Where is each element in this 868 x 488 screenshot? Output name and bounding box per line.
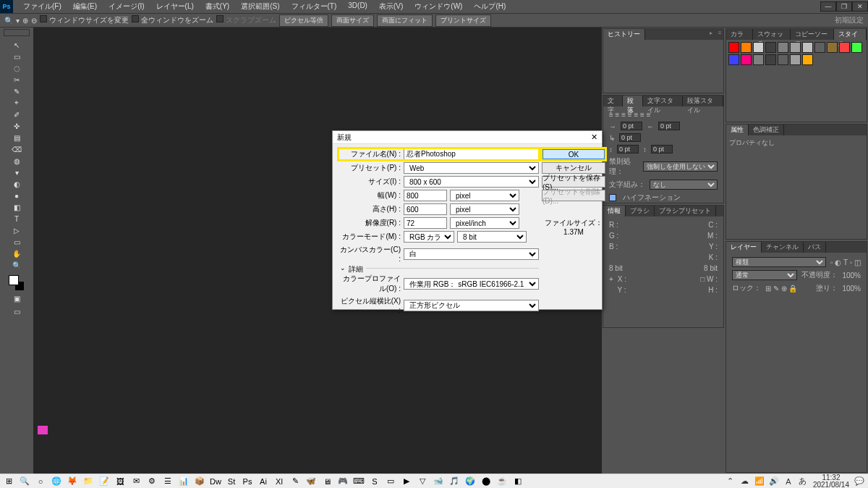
opt-fit[interactable]: 画面サイズ: [331, 14, 374, 27]
menu-layer[interactable]: レイヤー(L): [150, 0, 200, 13]
menu-select[interactable]: 選択範囲(S): [235, 0, 285, 13]
taskbar-app-4[interactable]: 🦊: [67, 476, 78, 487]
workspace-label[interactable]: 初期設定: [835, 15, 864, 25]
tool-9[interactable]: ⌫: [11, 143, 22, 155]
swatch[interactable]: [790, 54, 801, 65]
swatch[interactable]: [741, 42, 752, 53]
taskbar-app-29[interactable]: 🌍: [464, 476, 476, 487]
swatch[interactable]: [839, 42, 850, 53]
channel-tab[interactable]: チャンネル: [762, 242, 804, 253]
taskbar-app-20[interactable]: 🖥: [321, 476, 333, 487]
taskbar-app-14[interactable]: St: [226, 476, 237, 487]
indent-right[interactable]: [658, 122, 680, 130]
parastyle-tab[interactable]: 段落スタイル: [683, 96, 723, 106]
tool-14[interactable]: ◧: [11, 201, 22, 213]
tool-4[interactable]: ✎: [11, 85, 22, 97]
height-unit-select[interactable]: pixel: [450, 203, 519, 215]
swatch[interactable]: [814, 42, 825, 53]
char-tab[interactable]: 文字: [603, 96, 623, 106]
tray-icon-0[interactable]: ⌃: [725, 476, 736, 487]
layer-filter[interactable]: 種類: [732, 257, 826, 267]
opt-fill[interactable]: 画面にフィット: [377, 14, 433, 27]
tool-8[interactable]: ▤: [11, 132, 22, 143]
taskbar-app-7[interactable]: 🖼: [114, 476, 126, 487]
menu-filter[interactable]: フィルター(T): [286, 0, 343, 13]
bitdepth-select[interactable]: 8 bit: [457, 231, 527, 243]
taskbar-app-24[interactable]: ▭: [385, 476, 396, 487]
taskbar-app-31[interactable]: ☕: [496, 476, 508, 487]
taskbar-app-11[interactable]: 📊: [178, 476, 190, 487]
tools-handle[interactable]: [4, 29, 30, 36]
notifications-icon[interactable]: 💬: [854, 476, 865, 487]
taskbar-app-6[interactable]: 📝: [98, 476, 110, 487]
blend-mode[interactable]: 通常: [732, 270, 797, 280]
menu-image[interactable]: イメージ(I): [103, 0, 150, 13]
menu-3d[interactable]: 3D(D): [342, 0, 373, 13]
profile-select[interactable]: 作業用 RGB： sRGB IEC61966-2.1: [404, 278, 539, 290]
swatch[interactable]: [753, 42, 764, 53]
swatch[interactable]: [765, 54, 776, 65]
tray-icon-1[interactable]: ☁: [739, 476, 751, 487]
taskbar-app-13[interactable]: Dw: [210, 476, 221, 487]
taskbar-app-0[interactable]: ⊞: [3, 476, 14, 487]
taskbar-app-23[interactable]: S: [369, 476, 380, 487]
taskbar-app-1[interactable]: 🔍: [19, 476, 30, 487]
ok-button[interactable]: OK: [542, 148, 605, 160]
swatch[interactable]: [728, 42, 739, 53]
taskbar-app-25[interactable]: ▶: [401, 476, 412, 487]
detail-toggle[interactable]: 詳細: [346, 264, 366, 274]
swatch[interactable]: [728, 54, 739, 65]
menu-window[interactable]: ウィンドウ(W): [409, 0, 468, 13]
taskbar-app-5[interactable]: 📁: [82, 476, 94, 487]
tool-7[interactable]: ✜: [11, 120, 22, 132]
taskbar-app-22[interactable]: ⌨: [353, 476, 365, 487]
taskbar-app-9[interactable]: ⚙: [146, 476, 158, 487]
taskbar-app-2[interactable]: ○: [35, 476, 46, 487]
hyphen-check[interactable]: ハイフネーション: [623, 193, 681, 203]
swatch[interactable]: [741, 54, 752, 65]
preset-select[interactable]: Web: [404, 162, 539, 174]
taskbar-app-16[interactable]: Ai: [258, 476, 269, 487]
layer-tab[interactable]: レイヤー: [726, 242, 762, 253]
dialog-close-icon[interactable]: ✕: [591, 132, 597, 142]
menu-file[interactable]: ファイル(F): [17, 0, 67, 13]
taskbar-app-32[interactable]: ◧: [512, 476, 524, 487]
tool-12[interactable]: ◐: [11, 178, 22, 190]
tool-13[interactable]: ●: [11, 190, 22, 201]
tool-1[interactable]: ▭: [11, 51, 22, 62]
resolution-input[interactable]: [404, 217, 447, 229]
taskbar-app-19[interactable]: 🦋: [305, 476, 317, 487]
tool-10[interactable]: ◍: [11, 155, 22, 167]
tool-11[interactable]: ▾: [11, 167, 22, 178]
adjust-tab[interactable]: 色調補正: [749, 125, 784, 135]
menu-edit[interactable]: 編集(E): [67, 0, 103, 13]
style-tab[interactable]: スタイル: [834, 29, 867, 40]
swatch-tab[interactable]: スウォッチ: [753, 29, 791, 40]
space-after[interactable]: [651, 145, 673, 153]
tool-16[interactable]: ▷: [11, 224, 22, 236]
props-tab[interactable]: 属性: [726, 125, 749, 135]
taskbar-app-8[interactable]: ✉: [130, 476, 142, 487]
aspect-select[interactable]: 正方形ピクセル: [404, 300, 539, 311]
opt-print[interactable]: プリントサイズ: [435, 14, 491, 27]
tool-17[interactable]: ▭: [11, 236, 22, 248]
size-select[interactable]: 800 x 600: [404, 176, 539, 188]
zoom-in-icon[interactable]: ⊕: [22, 17, 28, 25]
space-before[interactable]: [617, 145, 639, 153]
foreground-background-colors[interactable]: [9, 275, 25, 291]
resolution-unit-select[interactable]: pixel/inch: [450, 217, 519, 229]
swatch[interactable]: [802, 42, 813, 53]
taskbar-app-28[interactable]: 🎵: [448, 476, 460, 487]
history-tab[interactable]: ヒストリー: [603, 29, 645, 40]
width-input[interactable]: [404, 190, 447, 201]
swatch[interactable]: [778, 42, 788, 53]
tray-icon-5[interactable]: あ: [797, 476, 809, 487]
filename-input[interactable]: [404, 148, 539, 160]
colormode-select[interactable]: RGB カラー: [404, 231, 454, 243]
taskbar-app-26[interactable]: ▽: [417, 476, 428, 487]
para-tab[interactable]: 段落: [623, 96, 642, 106]
tool-3[interactable]: ✂: [11, 74, 22, 85]
tool-2[interactable]: ◌: [11, 62, 22, 74]
taskbar-app-18[interactable]: ✎: [289, 476, 301, 487]
tool-19[interactable]: 🔍: [11, 259, 22, 271]
